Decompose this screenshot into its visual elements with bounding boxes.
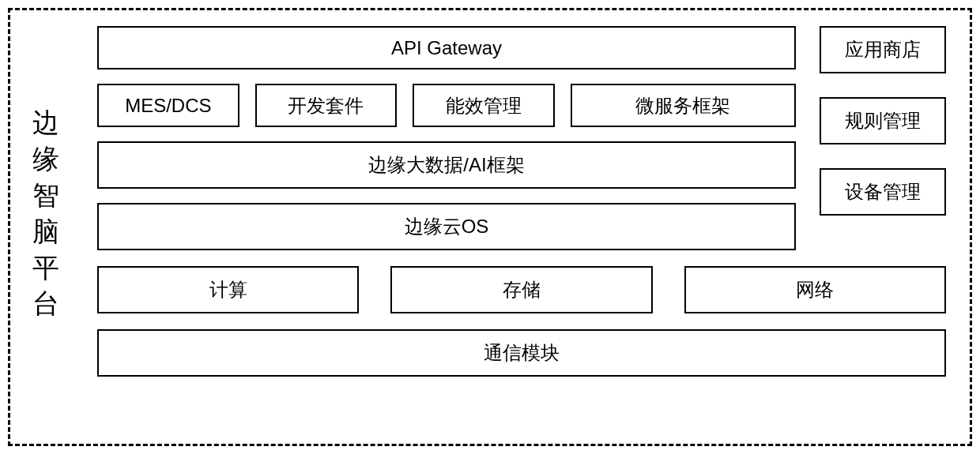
mes-dcs-box: MES/DCS <box>97 84 239 127</box>
platform-title: 边缘智脑平台 <box>30 105 62 322</box>
rule-mgmt-box: 规则管理 <box>820 97 946 144</box>
compute-box: 计算 <box>97 266 359 313</box>
services-row: MES/DCS 开发套件 能效管理 微服务框架 <box>97 84 796 127</box>
comm-module-box: 通信模块 <box>97 329 946 377</box>
network-box: 网络 <box>684 266 946 313</box>
device-mgmt-box: 设备管理 <box>820 168 946 216</box>
diagram-content: API Gateway MES/DCS 开发套件 能效管理 微服务框架 边缘大数… <box>97 26 946 428</box>
dev-kit-box: 开发套件 <box>255 84 398 127</box>
energy-mgmt-box: 能效管理 <box>413 84 555 127</box>
diagram-frame: 边缘智脑平台 API Gateway MES/DCS 开发套件 能效管理 微服务… <box>8 8 972 446</box>
upper-section: API Gateway MES/DCS 开发套件 能效管理 微服务框架 边缘大数… <box>97 26 946 250</box>
api-gateway-box: API Gateway <box>97 26 796 69</box>
app-store-box: 应用商店 <box>820 26 946 73</box>
storage-box: 存储 <box>390 266 652 313</box>
right-column: 应用商店 规则管理 设备管理 <box>820 26 946 250</box>
bigdata-ai-box: 边缘大数据/AI框架 <box>97 141 796 189</box>
microservice-box: 微服务框架 <box>571 84 796 127</box>
infra-row: 计算 存储 网络 <box>97 266 946 313</box>
edge-os-box: 边缘云OS <box>97 203 796 250</box>
left-column: API Gateway MES/DCS 开发套件 能效管理 微服务框架 边缘大数… <box>97 26 796 250</box>
